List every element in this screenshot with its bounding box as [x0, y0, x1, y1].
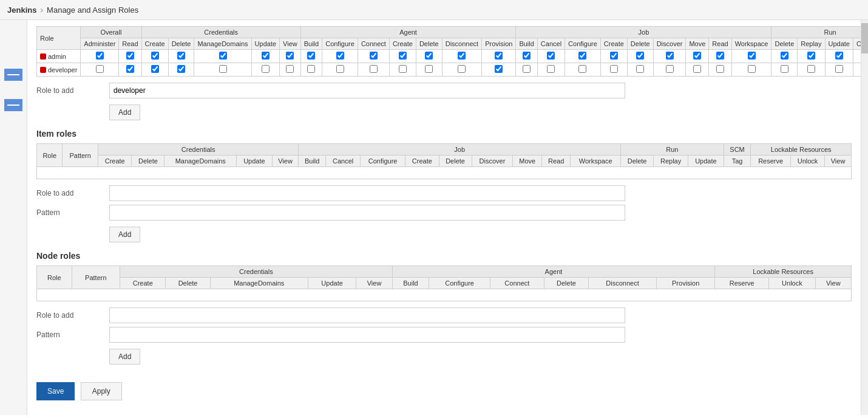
bottom-buttons-area: Save Apply [36, 376, 852, 406]
item-sub-run-replay: Replay [654, 156, 688, 167]
sub-run-replay: Replay [798, 38, 825, 50]
node-roles-empty-row [37, 289, 852, 301]
item-pattern-input[interactable] [109, 205, 625, 221]
cb-admin-2[interactable] [126, 52, 134, 60]
item-sub-job-read: Read [542, 156, 571, 167]
jenkins-link[interactable]: Jenkins [7, 5, 36, 15]
cb-dev-14[interactable] [495, 65, 503, 73]
cb-admin-8[interactable] [307, 52, 315, 60]
cb-admin-9[interactable] [336, 52, 344, 60]
cb-admin-10[interactable] [370, 52, 378, 60]
cb-dev-6[interactable] [262, 65, 270, 73]
cb-dev-8[interactable] [307, 65, 315, 73]
cb-admin-5[interactable] [219, 52, 227, 60]
cb-admin-21[interactable] [693, 52, 701, 60]
cb-admin-14[interactable] [495, 52, 503, 60]
node-pattern-label: Pattern [36, 331, 109, 339]
cb-dev-24[interactable] [781, 65, 788, 73]
global-role-to-add-label: Role to add [36, 86, 109, 95]
sidebar-btn-1[interactable] [4, 69, 22, 81]
item-col-run: Run [621, 144, 724, 156]
sub-agent-create: Create [389, 38, 416, 50]
cb-dev-23[interactable] [748, 65, 756, 73]
cb-admin-11[interactable] [399, 52, 407, 60]
save-button[interactable]: Save [36, 382, 75, 400]
sub-administer: Administer [81, 38, 119, 50]
node-add-button[interactable]: Add [109, 349, 140, 365]
item-add-button[interactable]: Add [109, 227, 140, 242]
cb-dev-22[interactable] [716, 65, 724, 73]
sub-run-configure: Configure [853, 38, 861, 50]
cb-dev-17[interactable] [578, 65, 586, 73]
cb-admin-12[interactable] [425, 52, 433, 60]
cb-admin-15[interactable] [523, 52, 531, 60]
cb-dev-1[interactable] [96, 65, 104, 73]
cb-dev-2[interactable] [126, 65, 134, 73]
cb-admin-13[interactable] [458, 52, 466, 60]
sub-read: Read [119, 38, 141, 50]
role-cell-admin: admin [37, 50, 81, 63]
cb-dev-21[interactable] [693, 65, 701, 73]
cb-dev-26[interactable] [835, 65, 843, 73]
global-role-to-add-input[interactable] [109, 83, 625, 98]
global-add-button[interactable]: Add [109, 104, 140, 120]
header: Jenkins › Manage and Assign Roles [0, 0, 868, 20]
sub-agent-disconnect: Disconnect [442, 38, 481, 50]
cb-dev-16[interactable] [547, 65, 555, 73]
sub-run-delete: Delete [771, 38, 798, 50]
node-roles-title: Node roles [36, 251, 852, 261]
cb-dev-5[interactable] [219, 65, 227, 73]
table-row: admin [37, 50, 861, 63]
node-sub-cred-delete: Delete [166, 278, 210, 289]
cb-dev-19[interactable] [636, 65, 644, 73]
cb-dev-4[interactable] [177, 65, 185, 73]
cb-dev-25[interactable] [807, 65, 815, 73]
cb-dev-18[interactable] [610, 65, 618, 73]
cb-admin-20[interactable] [666, 52, 674, 60]
sub-job-configure: Configure [565, 38, 601, 50]
node-pattern-input[interactable] [109, 327, 625, 343]
cb-dev-20[interactable] [666, 65, 674, 73]
col-overall: Overall [81, 27, 141, 38]
cb-admin-26[interactable] [835, 52, 843, 60]
sidebar [0, 20, 27, 415]
cb-dev-15[interactable] [523, 65, 531, 73]
node-sub-cred-manage: ManageDomains [210, 278, 308, 289]
col-credentials: Credentials [141, 27, 300, 38]
cb-dev-10[interactable] [370, 65, 378, 73]
node-sub-lock-reserve: Reserve [715, 278, 769, 289]
cb-admin-6[interactable] [262, 52, 270, 60]
cb-admin-17[interactable] [578, 52, 586, 60]
cb-admin-7[interactable] [286, 52, 294, 60]
scrollbar[interactable] [861, 20, 868, 415]
sub-cred-view: View [280, 38, 301, 50]
node-col-role: Role [37, 266, 72, 289]
cb-admin-3[interactable] [151, 52, 159, 60]
cb-dev-12[interactable] [425, 65, 433, 73]
cb-admin-1[interactable] [96, 52, 104, 60]
cb-dev-11[interactable] [399, 65, 407, 73]
sub-job-workspace: Workspace [731, 38, 771, 50]
cb-admin-19[interactable] [636, 52, 644, 60]
item-role-to-add-input[interactable] [109, 185, 625, 201]
item-sub-lock-unlock: Unlock [790, 156, 824, 167]
cb-dev-7[interactable] [286, 65, 294, 73]
cb-admin-16[interactable] [547, 52, 555, 60]
node-role-to-add-input[interactable] [109, 307, 625, 323]
cb-admin-23[interactable] [748, 52, 756, 60]
cb-admin-4[interactable] [177, 52, 185, 60]
cb-dev-9[interactable] [336, 65, 344, 73]
sidebar-btn-2[interactable] [4, 99, 22, 111]
item-sub-cred-view: View [272, 156, 299, 167]
scrollbar-thumb[interactable] [861, 23, 868, 53]
cb-admin-22[interactable] [716, 52, 724, 60]
cb-dev-3[interactable] [151, 65, 159, 73]
apply-button[interactable]: Apply [81, 382, 122, 400]
cb-dev-13[interactable] [458, 65, 466, 73]
global-roles-table: Role Overall Credentials Agent Job Run V… [36, 26, 861, 77]
cb-admin-24[interactable] [781, 52, 788, 60]
cb-admin-25[interactable] [807, 52, 815, 60]
item-sub-lock-reserve: Reserve [751, 156, 791, 167]
cb-admin-18[interactable] [610, 52, 618, 60]
sub-agent-connect: Connect [358, 38, 389, 50]
